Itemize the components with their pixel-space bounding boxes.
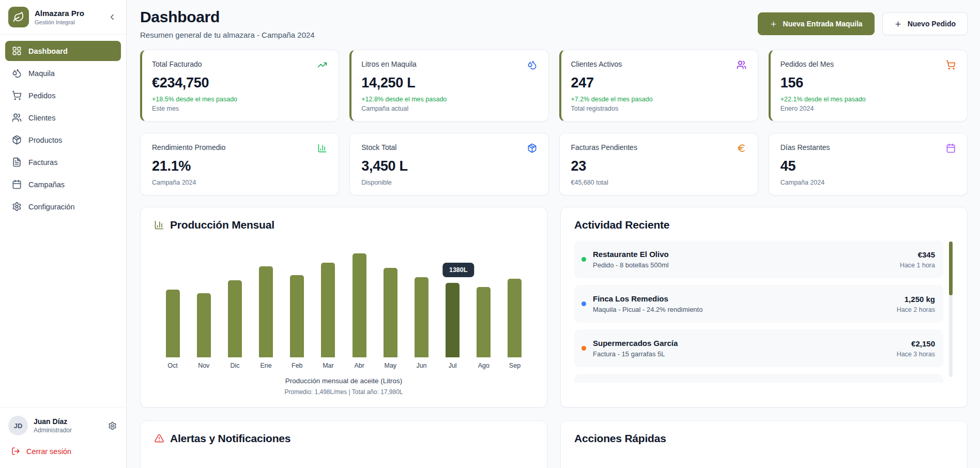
page-subtitle: Resumen general de tu almazara - Campaña… <box>140 31 315 39</box>
stat-title: Stock Total <box>361 143 396 152</box>
chart-bar[interactable] <box>446 283 460 357</box>
chart-x-label: Oct <box>167 362 177 370</box>
chart-title-text: Producción Mensual <box>170 219 274 231</box>
main-content: Dashboard Resumen general de tu almazara… <box>127 0 980 468</box>
logout-button[interactable]: Cerrar sesión <box>8 447 71 456</box>
calendar-icon <box>12 179 22 189</box>
sidebar-item-configuracion[interactable]: Configuración <box>5 197 121 217</box>
app-logo <box>8 7 29 27</box>
chart-bar-slot-oct: Oct <box>157 234 188 370</box>
sidebar-item-pedidos[interactable]: Pedidos <box>5 85 121 105</box>
chart-x-label: Dic <box>230 362 239 370</box>
new-maquila-entry-label: Nueva Entrada Maquila <box>783 20 863 28</box>
production-chart-panel: Producción Mensual OctNovDicEneFebMarAbr… <box>140 207 547 407</box>
sidebar-item-label: Pedidos <box>28 92 55 100</box>
chart-bar[interactable] <box>290 275 304 357</box>
chart-bar[interactable] <box>197 293 211 357</box>
activity-description: Pedido - 8 botellas 500ml <box>593 261 900 269</box>
chart-bar[interactable] <box>477 287 491 357</box>
stat-change: +22.1% desde el mes pasado <box>780 96 956 103</box>
chevron-left-icon <box>108 12 117 22</box>
alerts-panel: Alertas y Notificaciones <box>140 420 547 468</box>
shopping-cart-icon <box>946 60 956 70</box>
stat-title: Pedidos del Mes <box>780 60 834 68</box>
chart-bar[interactable] <box>508 279 522 357</box>
package-icon <box>527 143 537 153</box>
sidebar-item-maquila[interactable]: Maquila <box>5 63 121 83</box>
bar-chart-icon <box>154 220 164 230</box>
header-actions: Nueva Entrada Maquila Nuevo Pedido <box>758 12 968 35</box>
sidebar-item-campanas[interactable]: Campañas <box>5 174 121 194</box>
sidebar-footer: JD Juan Díaz Administrador Cerrar sesión <box>0 407 126 468</box>
new-order-button[interactable]: Nuevo Pedido <box>882 12 968 35</box>
user-name: Juan Díaz <box>34 417 72 426</box>
stat-title: Facturas Pendientes <box>571 143 637 152</box>
sidebar-header: Almazara Pro Gestión Integral <box>0 0 126 35</box>
sidebar-nav: DashboardMaquilaPedidosClientesProductos… <box>0 35 126 223</box>
package-icon <box>12 135 22 145</box>
chart-x-label: Ene <box>260 362 271 370</box>
chart-bar-slot-abr: Abr <box>344 234 375 370</box>
activity-time: Hace 3 horas <box>897 351 935 358</box>
stat-title: Rendimiento Promedio <box>152 143 225 152</box>
chart-bar-slot-nov: Nov <box>188 234 219 370</box>
stat-change: +18.5% desde el mes pasado <box>152 96 327 103</box>
chart-x-label: Feb <box>292 362 303 370</box>
stat-caption: Campaña 2024 <box>780 179 956 186</box>
stat-title: Litros en Maquila <box>361 60 417 68</box>
chart-bar[interactable] <box>228 280 242 357</box>
droplets-icon <box>12 68 22 78</box>
sidebar-collapse-button[interactable] <box>105 10 119 24</box>
activity-item: Finca Los RemediosMaquila - Picual - 24.… <box>574 285 943 323</box>
new-order-label: Nuevo Pedido <box>908 20 956 28</box>
activity-amount: €345 <box>900 250 935 259</box>
stat-card-dias-restantes: Días Restantes45Campaña 2024 <box>769 133 968 195</box>
plus-icon <box>770 20 777 28</box>
stat-caption: Campaña actual <box>361 105 537 112</box>
chart-bar[interactable] <box>415 277 428 357</box>
chart-caption: Producción mensual de aceite (Litros) <box>154 377 533 385</box>
sidebar-item-dashboard[interactable]: Dashboard <box>5 41 121 61</box>
chart-bar[interactable] <box>259 266 273 357</box>
stat-value: 45 <box>780 158 956 174</box>
sidebar-item-label: Dashboard <box>28 47 68 55</box>
stat-value: 247 <box>571 75 746 91</box>
sidebar-item-facturas[interactable]: Facturas <box>5 152 121 172</box>
chart-bar[interactable] <box>384 268 397 357</box>
chart-bar-slot-jul: 1380LJul <box>437 234 468 370</box>
sidebar-item-label: Clientes <box>28 114 55 122</box>
activity-name: Supermercados García <box>593 339 897 348</box>
new-maquila-entry-button[interactable]: Nueva Entrada Maquila <box>758 12 875 35</box>
users-icon <box>12 113 22 123</box>
chart-x-label: Nov <box>198 362 209 370</box>
stat-card-facturas-pendientes: Facturas Pendientes23€45,680 total <box>559 133 758 195</box>
stat-value: €234,750 <box>152 75 327 91</box>
status-dot <box>581 346 586 351</box>
trending-up-icon <box>317 60 327 70</box>
brand-name: Almazara Pro <box>35 9 84 18</box>
chart-x-label: Sep <box>509 362 520 370</box>
chart-bar[interactable] <box>321 263 335 357</box>
chart-bar[interactable] <box>353 253 366 357</box>
activity-description: Maquila - Picual - 24.2% rendimiento <box>593 306 897 313</box>
stat-title: Total Facturado <box>152 60 202 68</box>
alerts-title-text: Alertas y Notificaciones <box>170 432 290 445</box>
stat-change: +12.8% desde el mes pasado <box>361 96 537 103</box>
file-text-icon <box>12 157 22 167</box>
chart-x-label: Jul <box>449 362 457 370</box>
activity-item-partial <box>574 374 943 383</box>
stat-title: Clientes Activos <box>571 60 622 68</box>
scrollbar-track[interactable] <box>949 241 953 377</box>
stat-title: Días Restantes <box>780 143 830 152</box>
scrollbar-thumb[interactable] <box>949 241 953 295</box>
sidebar-item-productos[interactable]: Productos <box>5 130 121 150</box>
sidebar-item-clientes[interactable]: Clientes <box>5 108 121 128</box>
chart-panel-title: Producción Mensual <box>154 219 533 231</box>
quick-actions-panel-title: Acciones Rápidas <box>574 432 954 445</box>
brand-block: Almazara Pro Gestión Integral <box>35 9 84 25</box>
chart-bar[interactable] <box>166 290 180 357</box>
activity-item: Restaurante El OlivoPedido - 8 botellas … <box>574 240 943 278</box>
sidebar-item-label: Productos <box>28 136 62 144</box>
stat-value: 156 <box>780 75 956 91</box>
user-settings-button[interactable] <box>107 420 118 431</box>
